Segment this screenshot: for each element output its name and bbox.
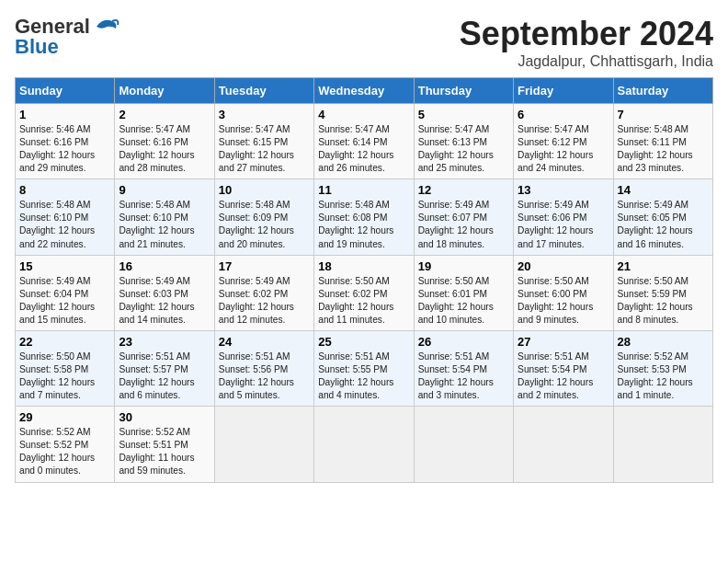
title-block: September 2024 Jagdalpur, Chhattisgarh, … xyxy=(460,15,713,70)
table-row: 5Sunrise: 5:47 AMSunset: 6:13 PMDaylight… xyxy=(414,104,513,179)
day-number: 30 xyxy=(119,410,210,424)
table-row: 22Sunrise: 5:50 AMSunset: 5:58 PMDayligh… xyxy=(16,330,115,406)
table-row: 16Sunrise: 5:49 AMSunset: 6:03 PMDayligh… xyxy=(115,255,214,330)
day-number: 1 xyxy=(19,108,110,121)
cell-info: Sunrise: 5:52 AMSunset: 5:51 PMDaylight:… xyxy=(119,426,210,477)
cell-info: Sunrise: 5:52 AMSunset: 5:53 PMDaylight:… xyxy=(618,350,709,402)
table-row: 11Sunrise: 5:48 AMSunset: 6:08 PMDayligh… xyxy=(314,179,414,255)
calendar-week-row: 8Sunrise: 5:48 AMSunset: 6:10 PMDaylight… xyxy=(16,179,713,255)
day-number: 28 xyxy=(618,335,709,349)
col-monday: Monday xyxy=(115,78,214,104)
table-row xyxy=(613,407,712,482)
logo-blue: Blue xyxy=(15,35,59,59)
day-number: 27 xyxy=(518,335,609,349)
table-row: 15Sunrise: 5:49 AMSunset: 6:04 PMDayligh… xyxy=(16,255,115,330)
cell-info: Sunrise: 5:47 AMSunset: 6:14 PMDaylight:… xyxy=(318,123,409,175)
day-number: 17 xyxy=(219,259,310,273)
day-number: 3 xyxy=(219,108,310,121)
table-row: 3Sunrise: 5:47 AMSunset: 6:15 PMDaylight… xyxy=(214,104,313,179)
table-row xyxy=(214,407,313,482)
table-row: 25Sunrise: 5:51 AMSunset: 5:55 PMDayligh… xyxy=(314,330,414,406)
day-number: 19 xyxy=(418,259,509,273)
table-row: 12Sunrise: 5:49 AMSunset: 6:07 PMDayligh… xyxy=(414,179,513,255)
table-row: 13Sunrise: 5:49 AMSunset: 6:06 PMDayligh… xyxy=(514,179,613,255)
calendar-week-row: 22Sunrise: 5:50 AMSunset: 5:58 PMDayligh… xyxy=(16,330,713,406)
cell-info: Sunrise: 5:49 AMSunset: 6:03 PMDaylight:… xyxy=(119,275,210,327)
logo: General Blue xyxy=(15,15,119,59)
day-number: 16 xyxy=(119,259,210,273)
cell-info: Sunrise: 5:48 AMSunset: 6:10 PMDaylight:… xyxy=(19,199,110,250)
table-row: 4Sunrise: 5:47 AMSunset: 6:14 PMDaylight… xyxy=(314,104,414,179)
table-row: 28Sunrise: 5:52 AMSunset: 5:53 PMDayligh… xyxy=(613,330,712,406)
cell-info: Sunrise: 5:47 AMSunset: 6:12 PMDaylight:… xyxy=(518,123,609,175)
col-wednesday: Wednesday xyxy=(314,78,414,104)
cell-info: Sunrise: 5:47 AMSunset: 6:13 PMDaylight:… xyxy=(418,123,509,175)
cell-info: Sunrise: 5:49 AMSunset: 6:07 PMDaylight:… xyxy=(418,199,509,250)
day-number: 7 xyxy=(618,108,709,121)
table-row: 2Sunrise: 5:47 AMSunset: 6:16 PMDaylight… xyxy=(115,104,214,179)
cell-info: Sunrise: 5:47 AMSunset: 6:16 PMDaylight:… xyxy=(119,123,210,175)
day-number: 14 xyxy=(618,183,709,197)
calendar-week-row: 1Sunrise: 5:46 AMSunset: 6:16 PMDaylight… xyxy=(16,104,713,179)
cell-info: Sunrise: 5:50 AMSunset: 6:01 PMDaylight:… xyxy=(418,275,509,327)
cell-info: Sunrise: 5:49 AMSunset: 6:06 PMDaylight:… xyxy=(518,199,609,250)
day-number: 29 xyxy=(19,410,110,424)
cell-info: Sunrise: 5:50 AMSunset: 5:59 PMDaylight:… xyxy=(618,275,709,327)
table-row: 9Sunrise: 5:48 AMSunset: 6:10 PMDaylight… xyxy=(115,179,214,255)
cell-info: Sunrise: 5:51 AMSunset: 5:57 PMDaylight:… xyxy=(119,350,210,402)
day-number: 22 xyxy=(19,335,110,349)
day-number: 10 xyxy=(219,183,310,197)
calendar-table: Sunday Monday Tuesday Wednesday Thursday… xyxy=(15,77,713,483)
day-number: 18 xyxy=(318,259,409,273)
cell-info: Sunrise: 5:51 AMSunset: 5:56 PMDaylight:… xyxy=(219,350,310,402)
col-thursday: Thursday xyxy=(414,78,513,104)
day-number: 11 xyxy=(318,183,409,197)
table-row: 14Sunrise: 5:49 AMSunset: 6:05 PMDayligh… xyxy=(613,179,712,255)
col-saturday: Saturday xyxy=(613,78,712,104)
cell-info: Sunrise: 5:49 AMSunset: 6:02 PMDaylight:… xyxy=(219,275,310,327)
cell-info: Sunrise: 5:49 AMSunset: 6:05 PMDaylight:… xyxy=(618,199,709,250)
calendar-week-row: 15Sunrise: 5:49 AMSunset: 6:04 PMDayligh… xyxy=(16,255,713,330)
day-number: 5 xyxy=(418,108,509,121)
day-number: 23 xyxy=(119,335,210,349)
cell-info: Sunrise: 5:50 AMSunset: 5:58 PMDaylight:… xyxy=(19,350,110,402)
cell-info: Sunrise: 5:47 AMSunset: 6:15 PMDaylight:… xyxy=(219,123,310,175)
table-row: 29Sunrise: 5:52 AMSunset: 5:52 PMDayligh… xyxy=(16,407,115,482)
day-number: 4 xyxy=(318,108,409,121)
location-subtitle: Jagdalpur, Chhattisgarh, India xyxy=(460,53,713,70)
day-number: 9 xyxy=(119,183,210,197)
table-row: 10Sunrise: 5:48 AMSunset: 6:09 PMDayligh… xyxy=(214,179,313,255)
table-row: 23Sunrise: 5:51 AMSunset: 5:57 PMDayligh… xyxy=(115,330,214,406)
day-number: 13 xyxy=(518,183,609,197)
table-row: 26Sunrise: 5:51 AMSunset: 5:54 PMDayligh… xyxy=(414,330,513,406)
table-row: 17Sunrise: 5:49 AMSunset: 6:02 PMDayligh… xyxy=(214,255,313,330)
day-number: 25 xyxy=(318,335,409,349)
day-number: 15 xyxy=(19,259,110,273)
table-row xyxy=(414,407,513,482)
day-number: 20 xyxy=(518,259,609,273)
table-row: 21Sunrise: 5:50 AMSunset: 5:59 PMDayligh… xyxy=(613,255,712,330)
col-sunday: Sunday xyxy=(16,78,115,104)
table-row xyxy=(314,407,414,482)
table-row: 24Sunrise: 5:51 AMSunset: 5:56 PMDayligh… xyxy=(214,330,313,406)
calendar-week-row: 29Sunrise: 5:52 AMSunset: 5:52 PMDayligh… xyxy=(16,407,713,482)
cell-info: Sunrise: 5:51 AMSunset: 5:54 PMDaylight:… xyxy=(418,350,509,402)
month-title: September 2024 xyxy=(460,15,713,53)
table-row: 18Sunrise: 5:50 AMSunset: 6:02 PMDayligh… xyxy=(314,255,414,330)
table-row: 19Sunrise: 5:50 AMSunset: 6:01 PMDayligh… xyxy=(414,255,513,330)
cell-info: Sunrise: 5:48 AMSunset: 6:08 PMDaylight:… xyxy=(318,199,409,250)
table-row: 8Sunrise: 5:48 AMSunset: 6:10 PMDaylight… xyxy=(16,179,115,255)
day-number: 2 xyxy=(119,108,210,121)
cell-info: Sunrise: 5:51 AMSunset: 5:55 PMDaylight:… xyxy=(318,350,409,402)
cell-info: Sunrise: 5:52 AMSunset: 5:52 PMDaylight:… xyxy=(19,426,110,477)
calendar-header-row: Sunday Monday Tuesday Wednesday Thursday… xyxy=(16,78,713,104)
cell-info: Sunrise: 5:48 AMSunset: 6:10 PMDaylight:… xyxy=(119,199,210,250)
col-friday: Friday xyxy=(514,78,613,104)
cell-info: Sunrise: 5:48 AMSunset: 6:11 PMDaylight:… xyxy=(618,123,709,175)
day-number: 24 xyxy=(219,335,310,349)
table-row: 30Sunrise: 5:52 AMSunset: 5:51 PMDayligh… xyxy=(115,407,214,482)
table-row: 1Sunrise: 5:46 AMSunset: 6:16 PMDaylight… xyxy=(16,104,115,179)
col-tuesday: Tuesday xyxy=(214,78,313,104)
table-row: 20Sunrise: 5:50 AMSunset: 6:00 PMDayligh… xyxy=(514,255,613,330)
day-number: 12 xyxy=(418,183,509,197)
